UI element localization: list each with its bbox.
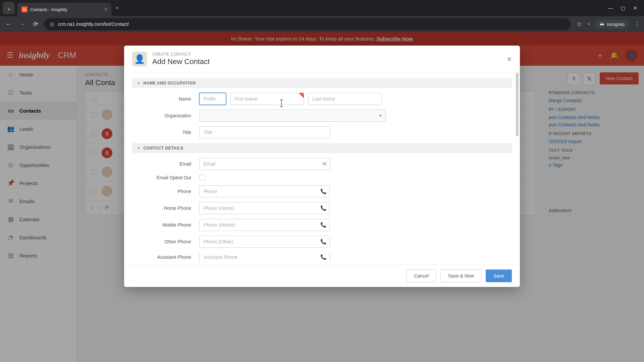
name-section-header[interactable]: ▼ NAME AND OCCUPATION bbox=[132, 78, 512, 88]
email-opt-row: Email Opted Out bbox=[132, 175, 512, 181]
modal-close-icon[interactable]: × bbox=[507, 54, 512, 64]
text-cursor-icon bbox=[281, 100, 282, 107]
assistant-phone-row: Assistant Phone 📞 bbox=[132, 252, 512, 262]
modal-eyebrow: CREATE CONTACT bbox=[152, 52, 501, 57]
phone-icon: 📞 bbox=[320, 239, 327, 245]
assistant-phone-label: Assistant Phone bbox=[132, 254, 199, 260]
new-tab-button[interactable]: + bbox=[115, 5, 119, 12]
email-row: Email ✉ bbox=[132, 158, 512, 170]
reload-button[interactable]: ⟳ bbox=[31, 20, 40, 28]
email-opt-label: Email Opted Out bbox=[132, 175, 199, 180]
phone-icon: 📞 bbox=[320, 188, 327, 194]
title-row: Title bbox=[132, 126, 512, 138]
phone-label: Phone bbox=[132, 189, 199, 194]
title-input[interactable] bbox=[199, 126, 330, 138]
email-label: Email bbox=[132, 161, 199, 167]
organization-input[interactable] bbox=[199, 110, 386, 122]
phone-row: Phone 📞 bbox=[132, 185, 512, 197]
save-and-new-button[interactable]: Save & New bbox=[440, 269, 482, 282]
incognito-label: Incognito bbox=[607, 22, 625, 27]
back-button[interactable]: ← bbox=[4, 21, 13, 28]
browser-menu-icon[interactable]: ⋮ bbox=[635, 21, 640, 27]
browser-tab[interactable]: in Contacts - Insightly × bbox=[17, 3, 111, 16]
phone-icon: 📞 bbox=[320, 222, 327, 228]
first-name-input[interactable] bbox=[230, 93, 304, 105]
email-opt-checkbox[interactable] bbox=[199, 175, 205, 181]
other-phone-label: Other Phone bbox=[132, 239, 199, 244]
maximize-icon[interactable]: ▢ bbox=[621, 5, 625, 11]
mobile-phone-label: Mobile Phone bbox=[132, 222, 199, 228]
modal-footer: Cancel Save & New Save bbox=[124, 264, 520, 287]
prefix-input[interactable] bbox=[199, 93, 226, 105]
modal-title: Add New Contact bbox=[152, 57, 501, 66]
name-row: Name bbox=[132, 93, 512, 105]
mobile-phone-row: Mobile Phone 📞 bbox=[132, 219, 512, 231]
close-window-icon[interactable]: ✕ bbox=[633, 5, 637, 11]
bookmark-icon[interactable]: ☆ bbox=[575, 20, 584, 28]
browser-tab-strip: ⌄ in Contacts - Insightly × + — ▢ ✕ bbox=[0, 0, 644, 16]
add-contact-modal: 👤 CREATE CONTACT Add New Contact × ▼ NAM… bbox=[124, 46, 520, 287]
site-settings-icon[interactable]: ⊟ bbox=[50, 21, 54, 27]
browser-toolbar: ← → ⟳ ⊟ crm.na1.insightly.com/list/Conta… bbox=[0, 16, 644, 32]
panel-icon[interactable]: ▫ bbox=[588, 21, 590, 27]
organization-label: Organization bbox=[132, 113, 199, 118]
name-label: Name bbox=[132, 96, 199, 102]
chevron-down-icon: ▼ bbox=[137, 81, 141, 85]
other-phone-input[interactable] bbox=[199, 236, 330, 248]
modal-header: 👤 CREATE CONTACT Add New Contact × bbox=[124, 46, 520, 73]
save-button[interactable]: Save bbox=[486, 269, 512, 282]
tab-favicon-icon: in bbox=[21, 6, 28, 12]
phone-icon: 📞 bbox=[320, 254, 327, 260]
tab-search-dropdown[interactable]: ⌄ bbox=[3, 2, 15, 14]
modal-body: ▼ NAME AND OCCUPATION Name Organization bbox=[124, 73, 520, 264]
home-phone-row: Home Phone 📞 bbox=[132, 202, 512, 214]
email-input[interactable] bbox=[199, 158, 330, 170]
section-label: NAME AND OCCUPATION bbox=[143, 81, 196, 85]
required-indicator-icon bbox=[299, 93, 304, 98]
window-controls: — ▢ ✕ bbox=[608, 5, 641, 11]
modal-scrollbar[interactable] bbox=[516, 73, 519, 136]
last-name-input[interactable] bbox=[308, 93, 382, 105]
cancel-button[interactable]: Cancel bbox=[406, 269, 436, 282]
section-label: CONTACT DETAILS bbox=[143, 146, 183, 150]
phone-input[interactable] bbox=[199, 185, 330, 197]
contact-section-header[interactable]: ▼ CONTACT DETAILS bbox=[132, 143, 512, 153]
url-text: crm.na1.insightly.com/list/Contact/ bbox=[58, 21, 129, 27]
organization-row: Organization ▼ bbox=[132, 110, 512, 122]
assistant-phone-input[interactable] bbox=[199, 252, 330, 262]
other-phone-row: Other Phone 📞 bbox=[132, 236, 512, 248]
home-phone-label: Home Phone bbox=[132, 205, 199, 211]
phone-icon: 📞 bbox=[320, 205, 327, 211]
incognito-badge[interactable]: 🕶 Incognito bbox=[595, 20, 629, 29]
mobile-phone-input[interactable] bbox=[199, 219, 330, 231]
title-label: Title bbox=[132, 130, 199, 135]
tab-title: Contacts - Insightly bbox=[30, 7, 102, 12]
page: Hi Shane. Your trial expires in 14 days.… bbox=[0, 32, 644, 362]
address-bar[interactable]: ⊟ crm.na1.insightly.com/list/Contact/ bbox=[44, 18, 571, 30]
minimize-icon[interactable]: — bbox=[608, 5, 613, 11]
contact-icon: 👤 bbox=[132, 52, 147, 66]
incognito-icon: 🕶 bbox=[600, 22, 604, 27]
home-phone-input[interactable] bbox=[199, 202, 330, 214]
chevron-down-icon: ▼ bbox=[137, 146, 141, 150]
forward-button[interactable]: → bbox=[17, 21, 27, 28]
email-icon: ✉ bbox=[322, 161, 327, 167]
organization-select[interactable]: ▼ bbox=[199, 110, 386, 122]
tab-close-icon[interactable]: × bbox=[104, 6, 107, 12]
